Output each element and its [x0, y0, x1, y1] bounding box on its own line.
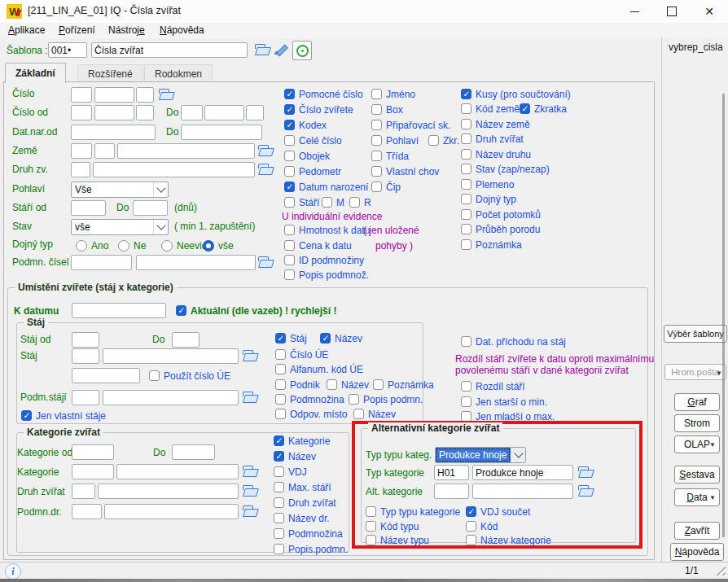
checkbox-jmeno[interactable]: Jméno — [371, 87, 415, 101]
checkbox-nazev-dr[interactable]: Název dr. — [274, 511, 330, 525]
radio-ne[interactable]: Ne — [118, 238, 146, 252]
checkbox-stari[interactable]: Stáří — [284, 195, 319, 209]
staj-ue-input[interactable] — [72, 368, 140, 383]
checkbox-cislo-ue[interactable]: Číslo ÚE — [275, 348, 328, 361]
checkbox-id-podmnoziny[interactable]: ID podmnožiny — [284, 253, 364, 267]
dat-nar-do-input[interactable] — [181, 125, 262, 140]
cislo-od-input-1[interactable] — [71, 105, 92, 120]
staj-nazev-input[interactable] — [103, 348, 239, 364]
sestava-button[interactable]: Sestava — [674, 466, 720, 484]
druh-zvirat-kod-input[interactable] — [72, 484, 95, 499]
checkbox-kategorie-out[interactable]: Kategorie — [274, 434, 330, 448]
checkbox-dat-prichodu[interactable]: Dat. příchodu na stáj — [461, 335, 566, 348]
data-button[interactable]: Data▼ — [674, 488, 720, 506]
tab-rodokmen[interactable]: Rodokmen — [144, 64, 213, 82]
checkbox-rozdil-stari[interactable]: Rozdíl stáří — [461, 379, 525, 393]
checkbox-obojek[interactable]: Obojek — [284, 149, 330, 163]
checkbox-hmotnost-k-datu[interactable]: Hmotnost k datu — [284, 223, 370, 237]
checkbox-poznamka-staj[interactable]: Poznámka — [373, 378, 434, 392]
open-folder-icon[interactable] — [242, 485, 257, 497]
vyber-sablony-button[interactable]: Výběr šablony — [664, 325, 727, 343]
alt-kategorie-kod-input[interactable] — [434, 484, 469, 499]
checkbox-priparovaci-sk[interactable]: Připařovací sk. — [371, 118, 450, 132]
checkbox-kod-zeme[interactable]: Kód země — [461, 102, 520, 116]
checkbox-pedometr[interactable]: Pedometr — [284, 164, 341, 178]
typ-kategorie-kod-input[interactable] — [434, 465, 469, 480]
checkbox-kusy[interactable]: Kusy (pro součtování) — [461, 87, 571, 101]
checkbox-odpov-misto-nazev[interactable]: Název — [353, 407, 396, 421]
checkbox-staj-nazev-out[interactable]: Název — [320, 331, 362, 345]
open-folder-icon[interactable] — [242, 466, 257, 478]
cislo-input-1[interactable] — [71, 87, 92, 103]
checkbox-vlastni-chov[interactable]: Vlastní chov — [371, 164, 439, 178]
checkbox-poznamka[interactable]: Poznámka — [461, 238, 522, 252]
open-folder-icon[interactable] — [257, 145, 273, 157]
checkbox-podmnozina-staj[interactable]: Podmnožina — [275, 392, 344, 406]
checkbox-podnik-nazev[interactable]: Název — [327, 378, 369, 392]
open-folder-icon[interactable] — [242, 350, 257, 362]
checkbox-cip[interactable]: Čip — [371, 180, 401, 194]
template-code-input[interactable] — [48, 42, 87, 58]
pohlavi-select[interactable]: Vše — [71, 182, 169, 198]
open-folder-icon[interactable] — [158, 89, 173, 101]
checkbox-cena-k-datu[interactable]: Cena k datu — [284, 238, 352, 252]
checkbox-prubeh-porodu[interactable]: Průběh porodu — [461, 222, 540, 236]
checkbox-kategorie-nazev-out[interactable]: Název — [274, 449, 316, 463]
k-datumu-input[interactable] — [72, 303, 166, 318]
open-folder-icon[interactable] — [242, 505, 257, 518]
checkbox-vdj[interactable]: VDJ — [274, 465, 307, 479]
checkbox-nazev-zeme[interactable]: Název země — [461, 117, 530, 131]
menu-napoveda[interactable]: Nápověda — [160, 24, 204, 36]
graf-button[interactable]: Graf — [674, 393, 720, 411]
checkbox-staj-out[interactable]: Stáj — [275, 331, 307, 345]
cislo-do-input-1[interactable] — [181, 105, 203, 120]
minimize-button[interactable] — [616, 0, 653, 23]
cislo-input-3[interactable] — [136, 87, 154, 103]
zeme-input-1[interactable] — [71, 143, 92, 159]
checkbox-podmnozina-kat[interactable]: Podmnožina — [274, 527, 343, 540]
zeme-input-2[interactable] — [94, 143, 115, 159]
cislo-od-input-2[interactable] — [94, 105, 134, 120]
checkbox-druh-zvirat-out[interactable]: Druh zvířat — [274, 496, 336, 510]
checkbox-pocet-potomku[interactable]: Počet potomků — [461, 208, 541, 221]
checkbox-pouzit-cislo-ue[interactable]: Použít číslo ÚE — [149, 369, 230, 383]
checkbox-stav-zap-nezap[interactable]: Stav (zap/nezap) — [461, 162, 550, 176]
strom-button[interactable]: Strom — [674, 414, 720, 432]
open-folder-icon[interactable] — [257, 164, 273, 176]
checkbox-typ-typu-kategorie[interactable]: Typ typu kategorie — [366, 505, 460, 519]
checkbox-pohlavi[interactable]: Pohlaví — [371, 133, 419, 147]
template-name-input[interactable] — [91, 42, 248, 58]
info-icon[interactable]: i — [5, 563, 21, 580]
checkbox-plemeno[interactable]: Plemeno — [461, 177, 514, 191]
kategorie-kod-input[interactable] — [72, 464, 114, 479]
druh-zv-input[interactable] — [71, 162, 90, 177]
cislo-od-input-3[interactable] — [136, 105, 154, 120]
checkbox-popis-podmn-kat[interactable]: Popis.podmn. — [274, 542, 348, 556]
checkbox-trida[interactable]: Třída — [371, 149, 409, 163]
checkbox-cele-cislo[interactable]: Celé číslo — [284, 133, 342, 147]
checkbox-pomocne-cislo[interactable]: Pomocné číslo — [284, 87, 363, 101]
checkbox-datum-narozeni[interactable]: Datum narození — [284, 180, 368, 194]
podmn-dr-nazev-input[interactable] — [104, 504, 239, 519]
napoveda-button[interactable]: Nápověda — [670, 543, 724, 561]
checkbox-druh-zvirat[interactable]: Druh zvířat — [461, 132, 524, 146]
checkbox-nazev-druhu[interactable]: Název druhu — [461, 147, 531, 161]
typ-kategorie-nazev-input[interactable] — [472, 465, 573, 480]
podmn-dr-input[interactable] — [72, 504, 102, 519]
cislo-input-2[interactable] — [94, 87, 134, 103]
druh-zv-nazev-input[interactable] — [93, 162, 255, 177]
podm-staji-input[interactable] — [72, 390, 99, 405]
checkbox-aktualni[interactable]: Aktuální (dle vazeb) ! rychlejší ! — [176, 304, 336, 317]
staj-do-input[interactable] — [172, 332, 200, 348]
open-folder-icon[interactable] — [257, 256, 273, 269]
checkbox-nazev-typu[interactable]: Název typu — [366, 533, 429, 547]
checkbox-popis-podmnoz[interactable]: Popis podmnož. — [284, 268, 369, 282]
checkbox-dojny-typ[interactable]: Dojný typ — [461, 192, 516, 206]
resize-grip[interactable] — [716, 566, 726, 575]
checkbox-box[interactable]: Box — [371, 103, 403, 116]
checkbox-r[interactable]: R — [349, 195, 371, 209]
checkbox-odpov-misto[interactable]: Odpov. místo — [275, 407, 347, 421]
kategorie-nazev-input[interactable] — [116, 464, 239, 479]
checkbox-max-stari[interactable]: Max. stáří — [274, 480, 331, 494]
zavrit-button[interactable]: Zavřít — [674, 522, 720, 540]
